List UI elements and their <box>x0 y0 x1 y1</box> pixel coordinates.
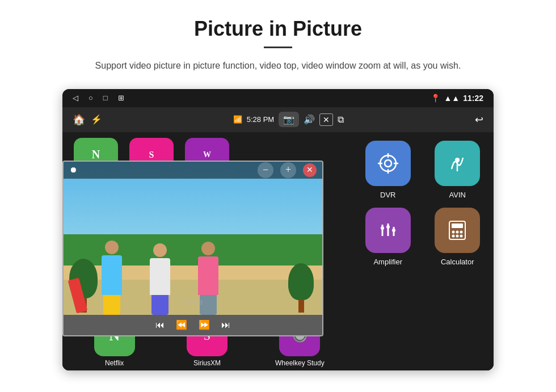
page-wrapper: Picture in Picture Support video picture… <box>0 0 556 392</box>
rewind-button[interactable]: ⏮ <box>155 320 165 330</box>
girl-1 <box>92 241 132 315</box>
location-icon: 📍 <box>431 94 440 103</box>
pip-close-button[interactable]: ✕ <box>303 163 317 177</box>
svg-point-21 <box>460 234 463 237</box>
nav-time: 5:28 PM <box>247 115 274 124</box>
svg-point-19 <box>452 234 455 237</box>
page-title: Picture in Picture <box>194 17 362 41</box>
status-bar-right: 📍 ▲▲ 11:22 <box>431 94 483 103</box>
device-frame: ◁ ○ □ ⊞ 📍 ▲▲ 11:22 🏠 ⚡ 📶 5:28 PM 📷 🔊 <box>62 89 494 370</box>
wifi-icon: ▲▲ <box>444 94 460 103</box>
svg-point-9 <box>381 226 384 230</box>
svg-point-11 <box>386 225 390 229</box>
svg-point-1 <box>385 160 391 167</box>
right-side: DVR AVIN <box>352 132 494 370</box>
calculator-icon <box>435 208 480 253</box>
pip-plus-button[interactable]: + <box>280 162 296 178</box>
app-item-avin[interactable]: AVIN <box>427 141 488 199</box>
girls-group <box>92 241 228 315</box>
svg-rect-15 <box>452 224 463 228</box>
back-icon[interactable]: ◁ <box>73 94 78 102</box>
volume-icon[interactable]: 🔊 <box>304 114 315 125</box>
svg-point-17 <box>456 230 459 233</box>
usb-icon: ⚡ <box>91 114 102 125</box>
main-content: N S W ⏺ − + ✕ <box>62 132 494 370</box>
app-item-calculator[interactable]: Calculator <box>427 208 488 266</box>
app-item-dvr[interactable]: DVR <box>357 141 419 199</box>
nav-bar-left: 🏠 ⚡ <box>73 113 102 126</box>
svg-point-16 <box>452 230 455 233</box>
tree-right <box>288 263 314 313</box>
pip-controls: − + ✕ <box>258 162 317 178</box>
status-time: 11:22 <box>463 94 483 103</box>
nav-bar-right: ↩ <box>475 113 483 126</box>
dvr-icon <box>365 141 411 186</box>
video-scene: ⏮ ⏪ ⏩ ⏭ VC799 <box>64 162 322 335</box>
nav-wifi-icon: 📶 <box>233 115 242 124</box>
svg-point-13 <box>392 229 395 232</box>
title-divider <box>264 47 292 48</box>
close-icon[interactable]: ✕ <box>319 113 333 126</box>
svg-point-20 <box>456 234 459 237</box>
nav-bar: 🏠 ⚡ 📶 5:28 PM 📷 🔊 ✕ ⧉ ↩ <box>62 107 494 132</box>
camera-button[interactable]: 📷 <box>279 112 299 127</box>
pip-container[interactable]: ⏺ − + ✕ <box>62 161 323 336</box>
menu-icon[interactable]: ⊞ <box>118 94 124 102</box>
prev-button[interactable]: ⏪ <box>176 319 187 330</box>
pip-icon[interactable]: ⧉ <box>338 115 344 125</box>
status-bar: ◁ ○ □ ⊞ 📍 ▲▲ 11:22 <box>62 89 494 107</box>
square-icon[interactable]: □ <box>103 94 108 102</box>
status-bar-left: ◁ ○ □ ⊞ <box>73 94 124 102</box>
netflix-label: Netflix <box>105 359 124 367</box>
nav-bar-center: 📶 5:28 PM 📷 🔊 ✕ ⧉ <box>233 112 344 127</box>
amplifier-label: Amplifier <box>373 258 402 266</box>
svg-point-0 <box>380 155 396 171</box>
pip-minus-button[interactable]: − <box>258 162 273 178</box>
avin-label: AVIN <box>449 191 466 199</box>
calculator-label: Calculator <box>441 258 474 266</box>
home-icon[interactable]: 🏠 <box>73 113 85 126</box>
fastforward-button[interactable]: ⏭ <box>221 320 230 330</box>
amplifier-icon <box>365 208 411 253</box>
app-item-amplifier[interactable]: Amplifier <box>357 208 419 266</box>
svg-point-6 <box>455 158 460 162</box>
nav-back-icon[interactable]: ↩ <box>475 113 483 126</box>
wheelkey-label: Wheelkey Study <box>275 359 325 367</box>
girl-2 <box>140 243 180 315</box>
avin-icon <box>435 141 480 186</box>
pip-record-icon: ⏺ <box>69 166 77 175</box>
page-subtitle: Support video picture in picture functio… <box>95 58 461 73</box>
next-button[interactable]: ⏩ <box>199 319 210 330</box>
dvr-label: DVR <box>380 191 395 199</box>
siriusxm-label: SiriusXM <box>193 359 221 367</box>
circle-icon[interactable]: ○ <box>89 94 93 102</box>
left-side: N S W ⏺ − + ✕ <box>62 132 352 370</box>
pip-top-bar: ⏺ − + ✕ <box>64 162 322 179</box>
watermark: VC799 <box>183 299 203 306</box>
svg-point-18 <box>460 230 463 233</box>
video-bottom-bar: ⏮ ⏪ ⏩ ⏭ <box>64 315 322 335</box>
